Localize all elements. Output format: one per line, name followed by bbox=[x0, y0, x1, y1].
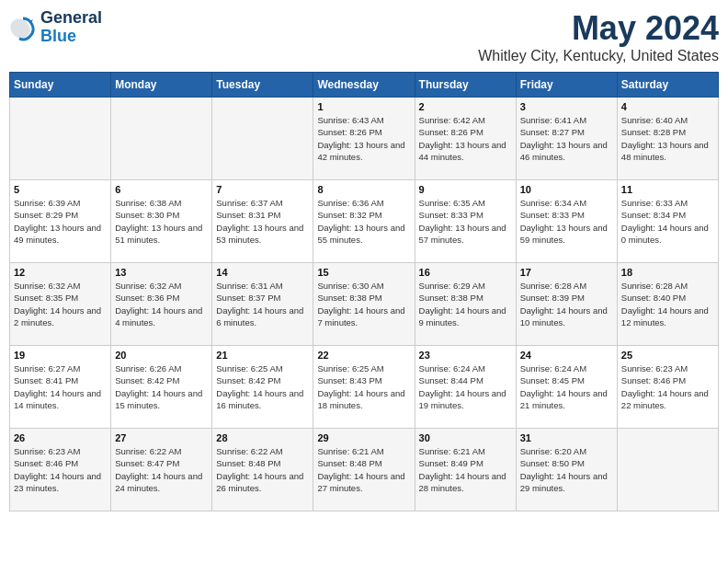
calendar-cell: 17 Sunrise: 6:28 AM Sunset: 8:39 PM Dayl… bbox=[516, 263, 617, 346]
calendar-cell: 12 Sunrise: 6:32 AM Sunset: 8:35 PM Dayl… bbox=[10, 263, 111, 346]
day-number: 26 bbox=[14, 432, 107, 443]
logo-icon bbox=[9, 14, 37, 41]
day-number: 20 bbox=[115, 350, 208, 361]
day-info: Sunrise: 6:33 AM Sunset: 8:34 PM Dayligh… bbox=[621, 197, 714, 246]
day-number: 19 bbox=[14, 350, 107, 361]
day-number: 15 bbox=[317, 267, 410, 278]
calendar-cell: 1 Sunrise: 6:43 AM Sunset: 8:26 PM Dayli… bbox=[313, 98, 415, 180]
col-saturday: Saturday bbox=[617, 73, 718, 98]
calendar-cell: 13 Sunrise: 6:32 AM Sunset: 8:36 PM Dayl… bbox=[111, 263, 212, 346]
subtitle: Whitley City, Kentucky, United States bbox=[478, 48, 719, 64]
day-number: 1 bbox=[317, 101, 410, 112]
day-number: 6 bbox=[115, 184, 208, 195]
day-info: Sunrise: 6:20 AM Sunset: 8:50 PM Dayligh… bbox=[520, 445, 613, 494]
logo-line1: General bbox=[40, 9, 102, 28]
col-thursday: Thursday bbox=[415, 73, 516, 98]
day-number: 10 bbox=[520, 184, 613, 195]
day-info: Sunrise: 6:25 AM Sunset: 8:42 PM Dayligh… bbox=[216, 362, 309, 411]
day-info: Sunrise: 6:43 AM Sunset: 8:26 PM Dayligh… bbox=[317, 114, 410, 163]
calendar-cell: 23 Sunrise: 6:24 AM Sunset: 8:44 PM Dayl… bbox=[415, 346, 516, 429]
calendar-cell: 11 Sunrise: 6:33 AM Sunset: 8:34 PM Dayl… bbox=[617, 180, 718, 263]
day-number: 11 bbox=[621, 184, 714, 195]
day-info: Sunrise: 6:30 AM Sunset: 8:38 PM Dayligh… bbox=[317, 280, 410, 328]
day-number: 25 bbox=[621, 350, 714, 361]
day-number: 21 bbox=[216, 350, 309, 361]
header: General Blue May 2024 Whitley City, Kent… bbox=[9, 9, 719, 64]
calendar-week-0: 1 Sunrise: 6:43 AM Sunset: 8:26 PM Dayli… bbox=[10, 98, 719, 180]
day-info: Sunrise: 6:24 AM Sunset: 8:44 PM Dayligh… bbox=[419, 362, 512, 411]
col-friday: Friday bbox=[516, 73, 617, 98]
day-number: 8 bbox=[317, 184, 410, 195]
day-number: 17 bbox=[520, 267, 613, 278]
day-info: Sunrise: 6:42 AM Sunset: 8:26 PM Dayligh… bbox=[419, 114, 512, 163]
day-info: Sunrise: 6:24 AM Sunset: 8:45 PM Dayligh… bbox=[520, 362, 613, 411]
calendar-cell: 24 Sunrise: 6:24 AM Sunset: 8:45 PM Dayl… bbox=[516, 346, 617, 429]
day-info: Sunrise: 6:35 AM Sunset: 8:33 PM Dayligh… bbox=[419, 197, 512, 246]
calendar-cell: 25 Sunrise: 6:23 AM Sunset: 8:46 PM Dayl… bbox=[617, 346, 718, 429]
day-number: 3 bbox=[520, 101, 613, 112]
day-info: Sunrise: 6:32 AM Sunset: 8:36 PM Dayligh… bbox=[115, 280, 208, 328]
day-info: Sunrise: 6:22 AM Sunset: 8:48 PM Dayligh… bbox=[216, 445, 309, 494]
day-number: 14 bbox=[216, 267, 309, 278]
calendar-cell: 29 Sunrise: 6:21 AM Sunset: 8:48 PM Dayl… bbox=[313, 429, 415, 511]
calendar-week-1: 5 Sunrise: 6:39 AM Sunset: 8:29 PM Dayli… bbox=[10, 180, 719, 263]
day-info: Sunrise: 6:39 AM Sunset: 8:29 PM Dayligh… bbox=[14, 197, 107, 246]
day-info: Sunrise: 6:28 AM Sunset: 8:40 PM Dayligh… bbox=[621, 280, 714, 328]
day-number: 22 bbox=[317, 350, 410, 361]
col-sunday: Sunday bbox=[10, 73, 111, 98]
day-info: Sunrise: 6:26 AM Sunset: 8:42 PM Dayligh… bbox=[115, 362, 208, 411]
calendar-cell: 15 Sunrise: 6:30 AM Sunset: 8:38 PM Dayl… bbox=[313, 263, 415, 346]
day-info: Sunrise: 6:36 AM Sunset: 8:32 PM Dayligh… bbox=[317, 197, 410, 246]
col-monday: Monday bbox=[111, 73, 212, 98]
title-area: May 2024 Whitley City, Kentucky, United … bbox=[478, 9, 719, 64]
calendar-body: 1 Sunrise: 6:43 AM Sunset: 8:26 PM Dayli… bbox=[10, 98, 719, 511]
header-row: Sunday Monday Tuesday Wednesday Thursday… bbox=[10, 73, 719, 98]
day-info: Sunrise: 6:32 AM Sunset: 8:35 PM Dayligh… bbox=[14, 280, 107, 328]
calendar-cell bbox=[111, 98, 212, 180]
day-info: Sunrise: 6:25 AM Sunset: 8:43 PM Dayligh… bbox=[317, 362, 410, 411]
calendar-cell: 16 Sunrise: 6:29 AM Sunset: 8:38 PM Dayl… bbox=[415, 263, 516, 346]
calendar-week-4: 26 Sunrise: 6:23 AM Sunset: 8:46 PM Dayl… bbox=[10, 429, 719, 511]
day-number: 27 bbox=[115, 432, 208, 443]
logo: General Blue bbox=[9, 9, 102, 46]
calendar-cell: 4 Sunrise: 6:40 AM Sunset: 8:28 PM Dayli… bbox=[617, 98, 718, 180]
calendar-week-3: 19 Sunrise: 6:27 AM Sunset: 8:41 PM Dayl… bbox=[10, 346, 719, 429]
day-info: Sunrise: 6:31 AM Sunset: 8:37 PM Dayligh… bbox=[216, 280, 309, 328]
day-info: Sunrise: 6:21 AM Sunset: 8:49 PM Dayligh… bbox=[419, 445, 512, 494]
day-number: 9 bbox=[419, 184, 512, 195]
calendar-cell: 20 Sunrise: 6:26 AM Sunset: 8:42 PM Dayl… bbox=[111, 346, 212, 429]
day-info: Sunrise: 6:40 AM Sunset: 8:28 PM Dayligh… bbox=[621, 114, 714, 163]
calendar-cell: 22 Sunrise: 6:25 AM Sunset: 8:43 PM Dayl… bbox=[313, 346, 415, 429]
calendar-cell: 5 Sunrise: 6:39 AM Sunset: 8:29 PM Dayli… bbox=[10, 180, 111, 263]
day-info: Sunrise: 6:28 AM Sunset: 8:39 PM Dayligh… bbox=[520, 280, 613, 328]
day-info: Sunrise: 6:29 AM Sunset: 8:38 PM Dayligh… bbox=[419, 280, 512, 328]
calendar-cell: 3 Sunrise: 6:41 AM Sunset: 8:27 PM Dayli… bbox=[516, 98, 617, 180]
day-info: Sunrise: 6:27 AM Sunset: 8:41 PM Dayligh… bbox=[14, 362, 107, 411]
calendar-cell: 14 Sunrise: 6:31 AM Sunset: 8:37 PM Dayl… bbox=[212, 263, 313, 346]
day-number: 7 bbox=[216, 184, 309, 195]
calendar-cell: 7 Sunrise: 6:37 AM Sunset: 8:31 PM Dayli… bbox=[212, 180, 313, 263]
day-number: 2 bbox=[419, 101, 512, 112]
day-number: 5 bbox=[14, 184, 107, 195]
day-info: Sunrise: 6:22 AM Sunset: 8:47 PM Dayligh… bbox=[115, 445, 208, 494]
day-number: 28 bbox=[216, 432, 309, 443]
calendar-cell: 21 Sunrise: 6:25 AM Sunset: 8:42 PM Dayl… bbox=[212, 346, 313, 429]
calendar-cell: 2 Sunrise: 6:42 AM Sunset: 8:26 PM Dayli… bbox=[415, 98, 516, 180]
day-info: Sunrise: 6:23 AM Sunset: 8:46 PM Dayligh… bbox=[621, 362, 714, 411]
day-number: 12 bbox=[14, 267, 107, 278]
logo-line2: Blue bbox=[40, 28, 102, 46]
day-number: 31 bbox=[520, 432, 613, 443]
main-title: May 2024 bbox=[478, 9, 719, 48]
day-number: 16 bbox=[419, 267, 512, 278]
calendar-cell bbox=[212, 98, 313, 180]
logo-text: General Blue bbox=[40, 9, 102, 46]
calendar-cell: 30 Sunrise: 6:21 AM Sunset: 8:49 PM Dayl… bbox=[415, 429, 516, 511]
day-number: 18 bbox=[621, 267, 714, 278]
day-number: 30 bbox=[419, 432, 512, 443]
calendar-week-2: 12 Sunrise: 6:32 AM Sunset: 8:35 PM Dayl… bbox=[10, 263, 719, 346]
day-number: 24 bbox=[520, 350, 613, 361]
day-info: Sunrise: 6:34 AM Sunset: 8:33 PM Dayligh… bbox=[520, 197, 613, 246]
calendar-cell: 9 Sunrise: 6:35 AM Sunset: 8:33 PM Dayli… bbox=[415, 180, 516, 263]
day-number: 4 bbox=[621, 101, 714, 112]
calendar-cell: 26 Sunrise: 6:23 AM Sunset: 8:46 PM Dayl… bbox=[10, 429, 111, 511]
